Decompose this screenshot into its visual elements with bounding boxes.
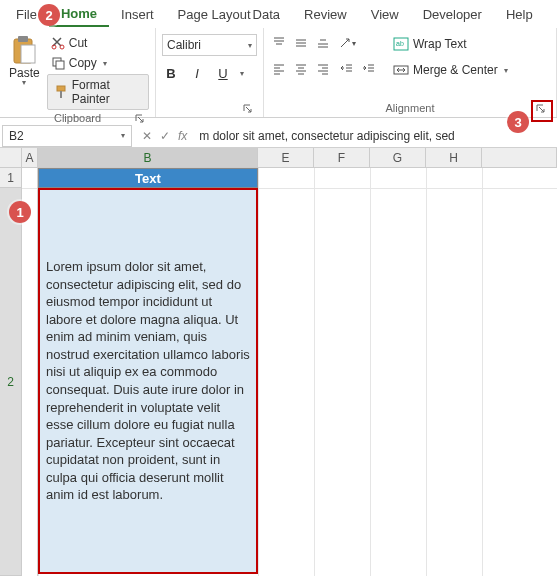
annotation-launcher-highlight <box>531 100 553 122</box>
font-dialog-launcher[interactable] <box>241 102 255 116</box>
copy-label: Copy <box>69 56 97 70</box>
row-header-2[interactable]: 2 <box>0 188 22 576</box>
bold-button[interactable]: B <box>162 66 180 81</box>
col-header-b[interactable]: B <box>38 148 258 168</box>
tab-help[interactable]: Help <box>494 2 545 26</box>
wrap-text-label: Wrap Text <box>413 37 467 51</box>
clipboard-group-label: Clipboard <box>54 112 101 124</box>
callout-2: 2 <box>38 4 60 26</box>
enter-formula-icon[interactable]: ✓ <box>160 129 170 143</box>
cell-b1[interactable]: Text <box>38 168 258 188</box>
increase-indent-button[interactable] <box>360 60 378 78</box>
callout-1: 1 <box>9 201 31 223</box>
col-header-e[interactable]: E <box>258 148 314 168</box>
italic-button[interactable]: I <box>188 66 206 81</box>
copy-icon <box>51 56 65 70</box>
col-a-cells[interactable] <box>22 168 38 576</box>
align-bottom-button[interactable] <box>314 34 332 52</box>
row-headers: 1 2 <box>0 168 22 576</box>
merge-icon <box>393 63 409 77</box>
formula-bar[interactable]: m dolor sit amet, consectetur adipiscing… <box>197 129 557 143</box>
tab-view[interactable]: View <box>359 2 411 26</box>
svg-rect-8 <box>60 91 62 98</box>
col-header-h[interactable]: H <box>426 148 482 168</box>
col-header-g[interactable]: G <box>370 148 426 168</box>
orientation-button[interactable]: ▾ <box>338 34 356 52</box>
align-top-button[interactable] <box>270 34 288 52</box>
ribbon: Paste ▾ Cut Copy ▾ <box>0 28 557 118</box>
cell-b2[interactable]: Lorem ipsum dolor sit amet, consectetur … <box>38 188 258 574</box>
align-center-button[interactable] <box>292 60 310 78</box>
row-header-1[interactable]: 1 <box>0 168 22 188</box>
align-left-button[interactable] <box>270 60 288 78</box>
align-right-button[interactable] <box>314 60 332 78</box>
svg-point-4 <box>60 45 64 49</box>
format-painter-label: Format Painter <box>72 78 142 106</box>
chevron-down-icon: ▾ <box>103 59 107 68</box>
chevron-down-icon: ▾ <box>504 66 508 75</box>
callout-3: 3 <box>507 111 529 133</box>
svg-rect-2 <box>21 45 35 63</box>
chevron-down-icon[interactable]: ▾ <box>240 69 244 78</box>
svg-text:ab: ab <box>396 40 404 47</box>
paintbrush-icon <box>54 85 68 99</box>
clipboard-dialog-launcher[interactable] <box>133 112 147 126</box>
paste-dropdown[interactable]: ▾ <box>22 78 26 87</box>
underline-button[interactable]: U <box>214 66 232 81</box>
col-header-a[interactable]: A <box>22 148 38 168</box>
tab-review[interactable]: Review <box>292 2 359 26</box>
format-painter-button[interactable]: Format Painter <box>47 74 149 110</box>
name-box-value: B2 <box>9 129 24 143</box>
scissors-icon <box>51 36 65 50</box>
tab-insert[interactable]: Insert <box>109 2 166 26</box>
ribbon-tabs: File Home Insert Page Layout Data Review… <box>0 0 557 28</box>
font-name-value: Calibri <box>167 38 201 52</box>
svg-rect-6 <box>56 61 64 69</box>
svg-rect-7 <box>57 86 65 91</box>
fx-icon[interactable]: fx <box>178 129 187 143</box>
cells-area[interactable]: Text Lorem ipsum dolor sit amet, consect… <box>22 168 557 576</box>
tab-developer[interactable]: Developer <box>411 2 494 26</box>
wrap-text-button[interactable]: ab Wrap Text <box>388 34 513 54</box>
chevron-down-icon: ▾ <box>121 131 125 140</box>
column-headers: A B E F G H <box>0 148 557 168</box>
group-font: Calibri ▾ B I U ▾ <box>156 28 264 117</box>
wrap-text-icon: ab <box>393 37 409 51</box>
col-header-f[interactable]: F <box>314 148 370 168</box>
tab-data[interactable]: Data <box>241 2 292 26</box>
cancel-formula-icon[interactable]: ✕ <box>142 129 152 143</box>
align-middle-button[interactable] <box>292 34 310 52</box>
chevron-down-icon: ▾ <box>248 41 252 50</box>
font-name-dropdown[interactable]: Calibri ▾ <box>162 34 257 56</box>
col-header-blank <box>482 148 557 168</box>
cell-b2-text: Lorem ipsum dolor sit amet, consectetur … <box>46 258 250 504</box>
formula-bar-row: B2 ▾ ✕ ✓ fx m dolor sit amet, consectetu… <box>0 124 557 148</box>
cut-button[interactable]: Cut <box>47 34 149 52</box>
decrease-indent-button[interactable] <box>338 60 356 78</box>
merge-center-button[interactable]: Merge & Center ▾ <box>388 60 513 80</box>
group-alignment: ▾ ab Wrap Text Merge & Center ▾ <box>264 28 557 117</box>
merge-center-label: Merge & Center <box>413 63 498 77</box>
worksheet: A B E F G H 1 2 Text Lorem ipsum dolor s… <box>0 148 557 576</box>
paste-icon[interactable] <box>8 34 40 66</box>
group-clipboard: Paste ▾ Cut Copy ▾ <box>0 28 156 117</box>
alignment-group-label: Alignment <box>386 102 435 114</box>
select-all-corner[interactable] <box>0 148 22 168</box>
cut-label: Cut <box>69 36 88 50</box>
copy-button[interactable]: Copy ▾ <box>47 54 149 72</box>
name-box[interactable]: B2 ▾ <box>2 125 132 147</box>
svg-rect-1 <box>18 36 28 42</box>
